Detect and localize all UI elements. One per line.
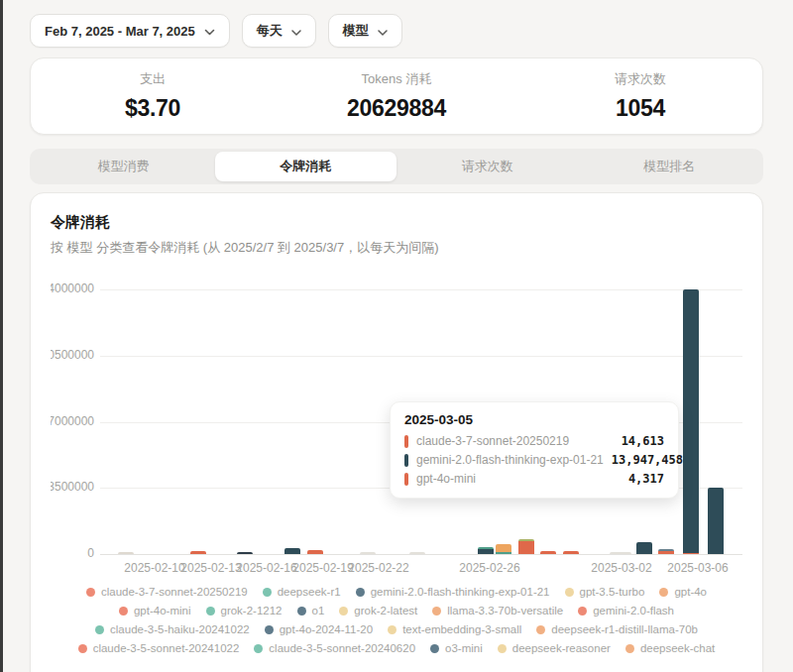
tooltip-series-value: 14,613 (614, 434, 664, 448)
legend-label: deepseek-chat (640, 642, 715, 654)
x-axis-label: 2025-02-16 (236, 561, 296, 575)
group-by-select[interactable]: 模型 (328, 14, 402, 48)
legend-row: claude-3-7-sonnet-20250219deepseek-r1gem… (51, 586, 742, 598)
legend-dot-icon (95, 625, 104, 634)
bar-2025-03-02[interactable] (610, 552, 631, 554)
bar-2025-03-05[interactable] (683, 289, 699, 554)
legend-item-claude-3-5-sonnet-20241022[interactable]: claude-3-5-sonnet-20241022 (78, 642, 240, 654)
chevron-down-icon (204, 24, 215, 39)
tooltip-row: gemini-2.0-flash-thinking-exp-01-2113,94… (404, 453, 664, 467)
tooltip-date: 2025-03-05 (404, 412, 664, 427)
tab-token-usage[interactable]: 令牌消耗 (215, 152, 397, 181)
tooltip-series-name: claude-3-7-sonnet-20250219 (416, 434, 569, 448)
legend-item-deepseek-r1[interactable]: deepseek-r1 (263, 586, 341, 598)
legend-item-gemini-2.0-flash[interactable]: gemini-2.0-flash (578, 605, 674, 616)
x-axis-label: 2025-02-26 (459, 561, 519, 575)
legend-label: gemini-2.0-flash (593, 605, 674, 616)
x-axis-label: 2025-03-02 (591, 561, 651, 575)
legend-item-claude-3-5-haiku-20241022[interactable]: claude-3-5-haiku-20241022 (95, 623, 250, 635)
panel-title: 令牌消耗 (51, 213, 742, 232)
legend-item-deepseek-chat[interactable]: deepseek-chat (625, 642, 715, 654)
usage-dashboard: Feb 7, 2025 - Mar 7, 2025 每天 模型 支出 $3.70… (0, 0, 793, 672)
legend-dot-icon (498, 644, 507, 653)
y-axis-label: 0500000 (51, 348, 94, 362)
legend-item-gpt-3.5-turbo[interactable]: gpt-3.5-turbo (565, 586, 645, 598)
legend-dot-icon (119, 607, 128, 616)
legend-label: gpt-4o-mini (134, 605, 191, 616)
legend-label: claude-3-5-sonnet-20241022 (93, 642, 240, 654)
stat-label: Tokens 消耗 (275, 70, 518, 88)
bar-2025-03-06[interactable] (708, 488, 724, 554)
legend-dot-icon (536, 625, 545, 634)
legend-dot-icon (86, 588, 95, 597)
legend-dot-icon (625, 644, 634, 653)
chart-legend: claude-3-7-sonnet-20250219deepseek-r1gem… (51, 586, 742, 654)
bar-2025-02-25[interactable] (518, 539, 534, 554)
gridline (100, 356, 742, 357)
stat-spend: 支出 $3.70 (31, 70, 275, 122)
bar-segment (360, 552, 376, 554)
legend-item-gpt-4o[interactable]: gpt-4o (659, 586, 707, 598)
legend-label: deepseek-r1 (278, 586, 341, 598)
tooltip-series-value: 13,947,458 (604, 453, 683, 467)
legend-item-grok-2-latest[interactable]: grok-2-latest (339, 605, 417, 616)
bar-2025-02-20[interactable] (409, 552, 425, 554)
legend-label: gpt-3.5-turbo (580, 586, 645, 598)
legend-item-text-embedding-3-small[interactable]: text-embedding-3-small (388, 623, 521, 635)
window-edge (0, 0, 3, 672)
bar-segment (658, 551, 674, 554)
toolbar: Feb 7, 2025 - Mar 7, 2025 每天 模型 (30, 14, 402, 48)
chevron-down-icon (291, 24, 301, 39)
bar-2025-02-18[interactable] (360, 552, 376, 554)
bar-segment (478, 549, 494, 554)
interval-select[interactable]: 每天 (242, 14, 316, 48)
series-marker-icon (404, 473, 408, 486)
bar-2025-03-04[interactable] (658, 549, 674, 554)
legend-item-claude-3-7-sonnet-20250219[interactable]: claude-3-7-sonnet-20250219 (86, 586, 248, 598)
bar-2025-03-03[interactable] (636, 542, 652, 554)
legend-label: deepseek-r1-distill-llama-70b (551, 623, 698, 635)
bar-segment (610, 552, 631, 554)
legend-dot-icon (263, 588, 272, 597)
tab-model-spend[interactable]: 模型消费 (33, 152, 215, 181)
legend-label: gemini-2.0-flash-thinking-exp-01-21 (371, 586, 550, 598)
bar-segment (496, 544, 511, 552)
legend-item-o1[interactable]: o1 (297, 605, 325, 616)
gridline (100, 289, 742, 290)
stat-value: 20629884 (275, 95, 518, 122)
legend-item-gpt-4o-2024-11-20[interactable]: gpt-4o-2024-11-20 (265, 623, 373, 635)
x-axis-label: 2025-02-22 (348, 561, 408, 575)
bar-segment (683, 289, 699, 553)
bar-2025-02-07[interactable] (118, 552, 134, 554)
bar-segment (409, 552, 425, 554)
bar-2025-02-14[interactable] (284, 548, 300, 554)
legend-item-o3-mini[interactable]: o3-mini (430, 642, 483, 654)
chevron-down-icon (378, 24, 388, 39)
bar-2025-02-27[interactable] (563, 551, 579, 554)
legend-dot-icon (432, 607, 441, 616)
legend-dot-icon (297, 607, 306, 616)
legend-item-gpt-4o-mini[interactable]: gpt-4o-mini (119, 605, 191, 616)
tab-model-ranking[interactable]: 模型排名 (579, 152, 761, 181)
legend-dot-icon (430, 644, 439, 653)
stat-label: 支出 (31, 70, 275, 88)
legend-item-deepseek-r1-distill-llama-70b[interactable]: deepseek-r1-distill-llama-70b (536, 623, 698, 635)
legend-item-deepseek-reasoner[interactable]: deepseek-reasoner (498, 642, 611, 654)
legend-dot-icon (388, 625, 396, 634)
stat-value: 1054 (518, 95, 762, 122)
tab-request-count[interactable]: 请求次数 (396, 152, 579, 181)
x-axis-label: 2025-03-06 (667, 561, 728, 575)
bar-2025-02-23[interactable] (478, 547, 494, 554)
bar-2025-02-10[interactable] (190, 551, 206, 554)
legend-item-claude-3-5-sonnet-20240620[interactable]: claude-3-5-sonnet-20240620 (254, 642, 415, 654)
bar-2025-02-26[interactable] (540, 551, 556, 554)
bar-2025-02-12[interactable] (237, 552, 253, 554)
bar-2025-02-15[interactable] (307, 550, 323, 554)
tooltip-series-name: gpt-4o-mini (416, 472, 476, 486)
legend-label: o1 (312, 605, 325, 616)
date-range-select[interactable]: Feb 7, 2025 - Mar 7, 2025 (30, 14, 230, 48)
legend-item-gemini-2.0-flash-thinking-exp-01-21[interactable]: gemini-2.0-flash-thinking-exp-01-21 (356, 586, 550, 598)
bar-2025-02-24[interactable] (496, 544, 511, 554)
legend-item-llama-3.3-70b-versatile[interactable]: llama-3.3-70b-versatile (432, 605, 563, 616)
legend-item-grok-2-1212[interactable]: grok-2-1212 (206, 605, 283, 616)
